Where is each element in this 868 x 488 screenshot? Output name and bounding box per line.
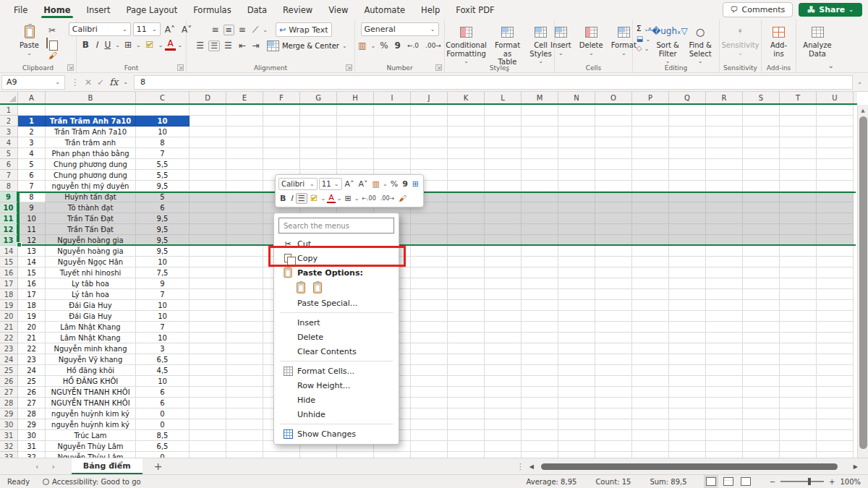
copy-button[interactable] xyxy=(46,38,59,48)
sensitivity-button[interactable]: 🖈 Sensitivity ⌄ xyxy=(718,22,762,58)
cell-R29[interactable] xyxy=(706,408,743,419)
cell-M6[interactable] xyxy=(522,159,558,170)
cell-H4[interactable] xyxy=(337,137,374,148)
row-header-3[interactable]: 3 xyxy=(0,127,18,137)
cell-E16[interactable] xyxy=(226,267,263,278)
cell-E4[interactable] xyxy=(226,137,263,148)
cell-Q8[interactable] xyxy=(669,181,706,192)
cell-A6[interactable]: 5 xyxy=(18,159,46,170)
cell-O19[interactable] xyxy=(595,300,632,311)
cell-C10[interactable]: 6 xyxy=(136,202,190,213)
cell-B7[interactable]: Chung phương dung xyxy=(46,170,136,181)
cell-B8[interactable]: nguyễn thị mỹ duyên xyxy=(46,181,136,192)
increase-indent-button[interactable]: ⇥ xyxy=(250,40,262,51)
accessibility-status[interactable]: Accessibility: Good to go xyxy=(43,478,141,486)
cell-D1[interactable] xyxy=(190,105,226,116)
cell-D30[interactable] xyxy=(190,419,226,430)
cell-A5[interactable]: 4 xyxy=(18,148,46,159)
cell-C31[interactable]: 8,5 xyxy=(136,430,190,441)
cell-Q31[interactable] xyxy=(669,430,706,441)
tab-review[interactable]: Review xyxy=(275,1,320,19)
row-header-29[interactable]: 29 xyxy=(0,408,18,419)
cell-D13[interactable] xyxy=(190,235,226,246)
cell-K6[interactable] xyxy=(448,159,485,170)
cell-M24[interactable] xyxy=(522,354,558,365)
cell-T20[interactable] xyxy=(780,311,817,322)
cell-Q23[interactable] xyxy=(669,343,706,354)
cell-Q30[interactable] xyxy=(669,419,706,430)
cell-T21[interactable] xyxy=(780,322,817,333)
cell-E11[interactable] xyxy=(226,213,263,224)
cell-C15[interactable]: 10 xyxy=(136,257,190,267)
cell-B30[interactable]: nguyễn huỳnh kim ký xyxy=(46,419,136,430)
cell-Q15[interactable] xyxy=(669,257,706,267)
cell-N24[interactable] xyxy=(558,354,595,365)
mini-format-painter-button[interactable]: 🖌 xyxy=(397,194,408,203)
cell-K27[interactable] xyxy=(448,387,485,398)
cell-L33[interactable] xyxy=(485,452,522,458)
cell-J31[interactable] xyxy=(411,430,448,441)
cell-F1[interactable] xyxy=(263,105,300,116)
add-sheet-button[interactable]: + xyxy=(142,461,174,472)
cell-J25[interactable] xyxy=(411,365,448,376)
cell-J30[interactable] xyxy=(411,419,448,430)
cell-Q22[interactable] xyxy=(669,333,706,343)
cell-K28[interactable] xyxy=(448,398,485,408)
cell-R2[interactable] xyxy=(706,116,743,127)
cell-L27[interactable] xyxy=(485,387,522,398)
cell-M30[interactable] xyxy=(522,419,558,430)
cell-D14[interactable] xyxy=(190,246,226,257)
cell-T23[interactable] xyxy=(780,343,817,354)
mini-increase-font-button[interactable]: A˄ xyxy=(344,179,356,189)
cell-M27[interactable] xyxy=(522,387,558,398)
cell-L9[interactable] xyxy=(485,192,522,202)
cell-E19[interactable] xyxy=(226,300,263,311)
cell-A26[interactable]: 25 xyxy=(18,376,46,387)
cell-H5[interactable] xyxy=(337,148,374,159)
cell-D22[interactable] xyxy=(190,333,226,343)
cell-Q24[interactable] xyxy=(669,354,706,365)
cell-C13[interactable]: 9,5 xyxy=(136,235,190,246)
cell-P12[interactable] xyxy=(632,224,669,235)
row-header-24[interactable]: 24 xyxy=(0,354,18,365)
cell-R17[interactable] xyxy=(706,278,743,289)
cell-Q17[interactable] xyxy=(669,278,706,289)
cell-D31[interactable] xyxy=(190,430,226,441)
cell-N8[interactable] xyxy=(558,181,595,192)
cell-C26[interactable]: 10 xyxy=(136,376,190,387)
scroll-up-icon[interactable]: ▲ xyxy=(858,105,868,116)
cell-K5[interactable] xyxy=(448,148,485,159)
row-header-23[interactable]: 23 xyxy=(0,343,18,354)
mini-font-color-button[interactable]: A xyxy=(327,194,336,203)
cell-B11[interactable]: Trần Tấn Đạt xyxy=(46,213,136,224)
row-header-6[interactable]: 6 xyxy=(0,159,18,170)
cell-S21[interactable] xyxy=(743,322,780,333)
cell-R7[interactable] xyxy=(706,170,743,181)
middle-align-button[interactable]: ≡ xyxy=(224,25,234,35)
cell-L29[interactable] xyxy=(485,408,522,419)
cell-C19[interactable]: 10 xyxy=(136,300,190,311)
cell-J27[interactable] xyxy=(411,387,448,398)
cell-A24[interactable]: 23 xyxy=(18,354,46,365)
cell-B17[interactable]: Ly tâb hoa xyxy=(46,278,136,289)
cell-E6[interactable] xyxy=(226,159,263,170)
cell-T28[interactable] xyxy=(780,398,817,408)
scroll-right-icon[interactable]: ▶ xyxy=(854,463,858,470)
cell-P8[interactable] xyxy=(632,181,669,192)
cell-E20[interactable] xyxy=(226,311,263,322)
cell-N23[interactable] xyxy=(558,343,595,354)
cell-P3[interactable] xyxy=(632,127,669,137)
cell-S33[interactable] xyxy=(743,452,780,458)
cell-D10[interactable] xyxy=(190,202,226,213)
cell-P29[interactable] xyxy=(632,408,669,419)
cell-L8[interactable] xyxy=(485,181,522,192)
tab-data[interactable]: Data xyxy=(239,1,275,19)
menu-item-copy[interactable]: Copy xyxy=(276,251,397,265)
cell-C17[interactable]: 9 xyxy=(136,278,190,289)
cell-J5[interactable] xyxy=(411,148,448,159)
cell-R28[interactable] xyxy=(706,398,743,408)
cell-B28[interactable]: NGUYỄN THANH KHÔI xyxy=(46,398,136,408)
cell-N32[interactable] xyxy=(558,441,595,452)
cell-U23[interactable] xyxy=(817,343,854,354)
cell-D6[interactable] xyxy=(190,159,226,170)
